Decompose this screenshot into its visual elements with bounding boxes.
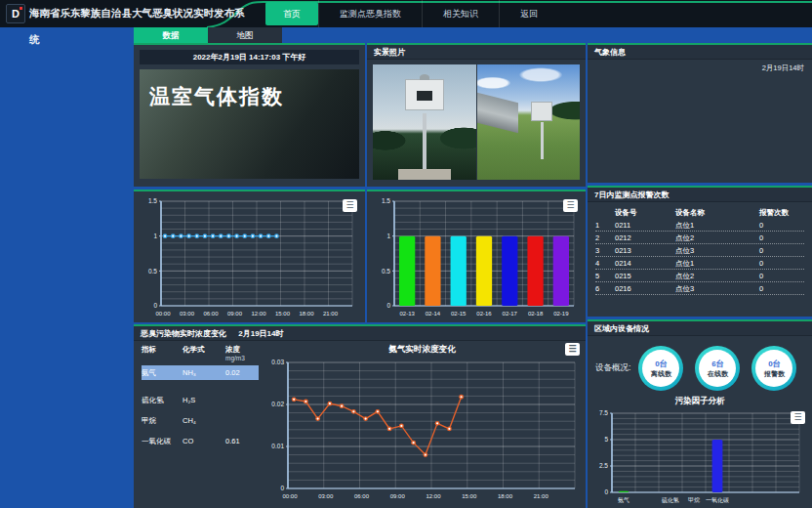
pollutant-value <box>225 393 259 407</box>
col-alarm-count: 报警次数 <box>759 206 804 219</box>
svg-text:1: 1 <box>386 233 390 239</box>
panel-greenhouse-chart: 00.511.500:0003:0006:0009:0012:0015:0018… <box>134 190 365 322</box>
datetime-bar: 2022年2月19日 14:17:03 下午好 <box>140 50 359 64</box>
ammonia-chart-area: 氨气实时浓度变化 ☰ 00.010.020.0300:0003:0006:000… <box>259 341 586 501</box>
pollutant-value <box>225 413 259 428</box>
pollutant-formula: H₂S <box>183 393 225 407</box>
svg-text:氨气: 氨气 <box>618 496 629 503</box>
nav-item-home[interactable]: 首页 <box>265 2 318 25</box>
col-device-name: 设备名称 <box>675 206 759 219</box>
top-header: D 首页 监测点恶臭指数 相关知识 返回 <box>0 0 812 27</box>
table-row: 20212点位20 <box>595 232 804 244</box>
col-concentration: 浓度 <box>225 345 259 355</box>
greenhouse-index-title: 温室气体指数 <box>140 69 359 179</box>
svg-text:一氧化碳: 一氧化碳 <box>706 496 729 504</box>
svg-text:0.5: 0.5 <box>148 268 157 275</box>
panel-daily-odor-chart: 00.511.502-1302-1402-1502-1602-1702-1802… <box>367 190 586 322</box>
svg-text:02-17: 02-17 <box>503 311 518 317</box>
svg-text:0: 0 <box>153 302 157 309</box>
pollutant-row-ammonia[interactable]: 氨气 NH₃ 0.02 <box>142 365 259 380</box>
panel-title: 气象信息 <box>588 45 812 60</box>
svg-text:1.5: 1.5 <box>148 197 157 204</box>
svg-text:02-14: 02-14 <box>426 311 441 317</box>
pollutant-formula: NH₃ <box>183 365 225 380</box>
col-device-no: 设备号 <box>615 206 675 219</box>
svg-text:0.03: 0.03 <box>271 359 284 365</box>
svg-text:02-18: 02-18 <box>528 311 544 317</box>
nav-item-back[interactable]: 返回 <box>499 0 558 27</box>
svg-text:03:00: 03:00 <box>318 493 334 499</box>
table-row: 10211点位10 <box>595 219 804 232</box>
alarm-table-header: 设备号 设备名称 报警次数 <box>595 206 804 219</box>
svg-text:18:00: 18:00 <box>498 493 513 499</box>
col-formula: 化学式 <box>183 345 225 355</box>
svg-text:1: 1 <box>153 233 157 239</box>
chart-menu-icon[interactable]: ☰ <box>565 343 580 356</box>
online-count-label: 在线数 <box>708 369 728 379</box>
station-cabinet <box>405 79 444 110</box>
pollutant-formula: CH₄ <box>183 413 225 428</box>
ammonia-chart-title: 氨气实时浓度变化 <box>389 344 456 354</box>
svg-text:5: 5 <box>604 436 608 443</box>
panel-title: 恶臭污染物实时浓度变化 2月19日14时 <box>134 326 586 341</box>
pollutant-value: 0.61 <box>225 434 259 448</box>
photo-strip <box>373 64 580 180</box>
chart-menu-icon[interactable]: ☰ <box>791 411 805 424</box>
panel-weather-info: 气象信息 2月19日14时 <box>588 43 812 183</box>
tab-data[interactable]: 数据 <box>134 27 208 44</box>
pollution-analysis-title: 污染因子分析 <box>588 395 812 407</box>
svg-text:0.01: 0.01 <box>271 443 284 449</box>
device-overview-label: 设备概况: <box>595 362 630 374</box>
pollutant-value: 0.02 <box>225 365 259 380</box>
svg-text:0: 0 <box>604 488 608 495</box>
svg-text:09:00: 09:00 <box>227 311 243 317</box>
svg-text:15:00: 15:00 <box>275 311 291 317</box>
svg-text:0.5: 0.5 <box>382 268 390 275</box>
pollutant-row-co[interactable]: 一氧化碳 CO 0.61 <box>142 434 259 448</box>
svg-text:7.5: 7.5 <box>599 409 608 416</box>
main-nav: 首页 监测点恶臭指数 相关知识 返回 <box>265 0 558 27</box>
odor-panel-title: 恶臭污染物实时浓度变化 <box>141 329 226 338</box>
panel-title: 实景照片 <box>367 45 586 60</box>
daily-odor-chart: 00.511.502-1302-1402-1502-1602-1702-1802… <box>371 195 582 318</box>
table-row: 30213点位30 <box>595 244 804 257</box>
alarm-count-value: 0台 <box>768 359 780 369</box>
nav-item-knowledge[interactable]: 相关知识 <box>422 0 499 27</box>
pollutant-row-h2s[interactable]: 硫化氢 H₂S <box>142 393 259 407</box>
svg-text:15:00: 15:00 <box>462 493 477 499</box>
svg-text:0.02: 0.02 <box>271 401 284 407</box>
pollution-factor-chart: 02.557.5氨气硫化氢甲烷一氧化碳 <box>590 407 807 505</box>
svg-text:02-15: 02-15 <box>451 311 467 317</box>
chart-menu-icon[interactable]: ☰ <box>563 199 578 212</box>
svg-text:0: 0 <box>280 485 284 491</box>
app-logo: D <box>6 4 25 23</box>
station-base <box>398 169 451 180</box>
panel-photos: 实景照片 <box>367 43 586 187</box>
svg-text:1.5: 1.5 <box>382 197 390 204</box>
table-row: 60216点位30 <box>595 282 804 295</box>
svg-text:2.5: 2.5 <box>599 462 608 469</box>
svg-text:21:00: 21:00 <box>323 311 339 317</box>
online-count-circle: 6台 在线数 <box>695 346 740 391</box>
table-row: 40214点位10 <box>595 257 804 270</box>
alarm-count-label: 报警数 <box>764 369 785 379</box>
pollutant-name: 一氧化碳 <box>142 434 183 448</box>
pollutant-row-ch4[interactable]: 甲烷 CH₄ <box>142 413 259 428</box>
svg-text:12:00: 12:00 <box>426 493 441 499</box>
pollutant-name: 甲烷 <box>142 413 183 428</box>
online-count-value: 6台 <box>711 359 723 369</box>
panel-title: 7日内监测点报警次数 <box>588 188 812 202</box>
svg-text:03:00: 03:00 <box>180 311 195 317</box>
nav-item-odor-index[interactable]: 监测点恶臭指数 <box>318 0 422 27</box>
greenhouse-index-chart: 00.511.500:0003:0006:0009:0012:0015:0018… <box>138 195 360 318</box>
dashboard-root: D 首页 监测点恶臭指数 相关知识 返回 海南省乐东黎族自治县大气恶臭状况实时发… <box>0 0 812 508</box>
svg-text:02-13: 02-13 <box>399 311 415 317</box>
alarm-table: 设备号 设备名称 报警次数 10211点位1020212点位2030213点位3… <box>595 206 804 295</box>
svg-text:0: 0 <box>386 302 390 309</box>
col-indicator: 指标 <box>142 345 183 355</box>
svg-text:硫化氢: 硫化氢 <box>662 496 679 504</box>
pollutant-table-header: 指标 化学式 浓度 <box>142 345 259 355</box>
tab-map[interactable]: 地图 <box>208 27 282 44</box>
chart-menu-icon[interactable]: ☰ <box>343 199 357 212</box>
panel-title: 区域内设备情况 <box>588 321 812 336</box>
